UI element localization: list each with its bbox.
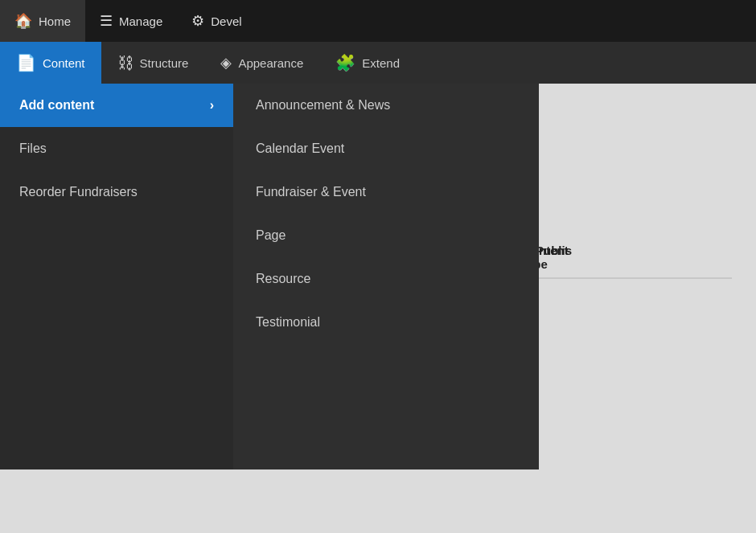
admin-bar-home-label: Home — [39, 14, 71, 28]
dropdown-page[interactable]: Page — [233, 214, 539, 257]
extend-icon: 🧩 — [335, 53, 355, 72]
dropdown-announcement[interactable]: Announcement & News — [233, 84, 539, 127]
dropdown-files[interactable]: Files — [0, 127, 233, 170]
nav-content-label: Content — [43, 56, 85, 70]
dropdown-right: Announcement & News Calendar Event Fundr… — [233, 84, 539, 469]
nav-bar: 📄 Content ⛓ Structure ◈ Appearance 🧩 Ext… — [0, 42, 756, 84]
dropdown-reorder-fundraisers[interactable]: Reorder Fundraisers — [0, 170, 233, 214]
nav-appearance-label: Appearance — [238, 56, 303, 70]
nav-content[interactable]: 📄 Content — [0, 42, 101, 84]
admin-bar-home[interactable]: 🏠 Home — [0, 0, 85, 42]
nav-structure-label: Structure — [140, 56, 189, 70]
dropdown-container: Add content › Files Reorder Fundraisers … — [0, 84, 539, 469]
dropdown-fundraiser-label: Fundraiser & Event — [256, 185, 366, 199]
dropdown-add-content-label: Add content — [19, 98, 94, 113]
devel-icon: ⚙ — [191, 12, 204, 30]
chevron-right-icon: › — [210, 98, 214, 113]
home-icon: 🏠 — [14, 12, 32, 30]
structure-icon: ⛓ — [117, 54, 134, 72]
content-icon: 📄 — [16, 53, 36, 72]
dropdown-calendar-event[interactable]: Calendar Event — [233, 127, 539, 170]
nav-extend-label: Extend — [362, 56, 400, 70]
dropdown-add-content[interactable]: Add content › — [0, 84, 233, 127]
dropdown-testimonial[interactable]: Testimonial — [233, 301, 539, 344]
nav-appearance[interactable]: ◈ Appearance — [204, 42, 319, 84]
dropdown-announcement-label: Announcement & News — [256, 98, 390, 112]
nav-structure[interactable]: ⛓ Structure — [101, 42, 205, 84]
dropdown-reorder-label: Reorder Fundraisers — [19, 185, 138, 199]
admin-bar-manage[interactable]: ☰ Manage — [85, 0, 177, 42]
dropdown-left: Add content › Files Reorder Fundraisers — [0, 84, 233, 469]
admin-bar-devel[interactable]: ⚙ Devel — [177, 0, 256, 42]
admin-bar-manage-label: Manage — [119, 14, 162, 28]
dropdown-fundraiser-event[interactable]: Fundraiser & Event — [233, 170, 539, 214]
admin-bar-devel-label: Devel — [211, 14, 241, 28]
dropdown-page-label: Page — [256, 228, 286, 242]
dropdown-resource[interactable]: Resource — [233, 257, 539, 301]
manage-icon: ☰ — [100, 12, 113, 30]
dropdown-resource-label: Resource — [256, 272, 310, 285]
dropdown-testimonial-label: Testimonial — [256, 315, 320, 329]
dropdown-files-label: Files — [19, 141, 47, 156]
admin-bar: 🏠 Home ☰ Manage ⚙ Devel — [0, 0, 756, 42]
col-published: Publis — [536, 237, 632, 277]
dropdown-calendar-label: Calendar Event — [256, 141, 344, 155]
appearance-icon: ◈ — [220, 54, 232, 72]
nav-extend[interactable]: 🧩 Extend — [319, 42, 416, 84]
